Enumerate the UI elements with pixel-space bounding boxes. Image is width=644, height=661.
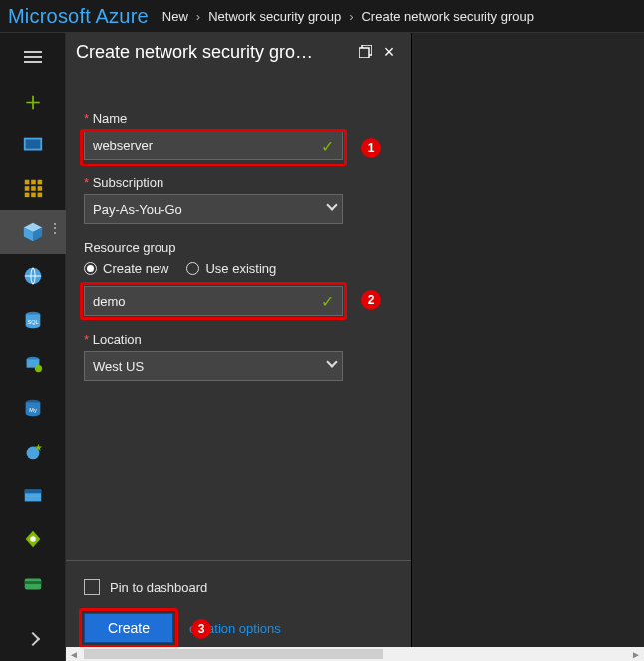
- chevron-right-icon: ›: [196, 9, 200, 24]
- chevron-down-icon: [326, 199, 337, 210]
- svg-rect-10: [37, 193, 42, 198]
- svg-point-27: [30, 536, 36, 542]
- plus-icon: ＋: [20, 84, 46, 119]
- location-select[interactable]: West US: [84, 351, 343, 381]
- nav-menu-button[interactable]: [0, 35, 66, 79]
- radio-off-icon: [186, 262, 199, 275]
- workspace-background: [411, 33, 644, 661]
- nav-resource-groups[interactable]: ⋮: [0, 210, 66, 254]
- breadcrumb-item[interactable]: Network security group: [208, 9, 341, 24]
- valid-check-icon: ✓: [321, 292, 334, 311]
- svg-rect-9: [31, 193, 36, 198]
- cloud-database-icon: [22, 353, 44, 375]
- svg-rect-7: [37, 186, 42, 191]
- top-bar: Microsoft Azure New › Network security g…: [0, 0, 644, 33]
- annotation-callout: 2: [361, 290, 381, 310]
- svg-rect-6: [31, 186, 36, 191]
- svg-rect-2: [24, 180, 29, 185]
- restore-window-icon: [359, 45, 372, 58]
- scrollbar-thumb[interactable]: [84, 649, 383, 659]
- globe-sparkle-icon: [22, 441, 44, 463]
- breadcrumb-item[interactable]: Create network security group: [361, 9, 533, 24]
- svg-rect-5: [24, 186, 29, 191]
- svg-rect-31: [359, 48, 369, 58]
- radio-use-existing[interactable]: Use existing: [186, 261, 276, 276]
- valid-check-icon: ✓: [321, 137, 334, 156]
- svg-text:SQL: SQL: [27, 319, 38, 325]
- subscription-field: Subscription Pay-As-You-Go: [84, 175, 393, 224]
- svg-rect-3: [31, 180, 36, 185]
- grid-icon: [22, 177, 44, 199]
- subscription-select[interactable]: Pay-As-You-Go: [84, 194, 343, 224]
- hamburger-icon: [24, 48, 42, 66]
- nav-cloud-services[interactable]: [0, 342, 66, 386]
- nav-storage[interactable]: [0, 474, 66, 517]
- radio-create-new-label: Create new: [103, 261, 168, 276]
- name-label: Name: [84, 111, 393, 126]
- chevron-right-icon: ›: [349, 9, 353, 24]
- nav-expand-button[interactable]: [0, 617, 66, 661]
- mysql-database-icon: My: [22, 397, 44, 419]
- browser-icon: [22, 485, 44, 506]
- location-field: Location West US: [84, 332, 393, 381]
- resource-group-input[interactable]: [84, 286, 343, 316]
- svg-point-19: [34, 365, 41, 372]
- blade-title: Create network security gro…: [76, 42, 353, 63]
- nav-all-resources[interactable]: [0, 166, 66, 210]
- nav-networking[interactable]: [0, 517, 66, 561]
- globe-icon: [22, 265, 44, 287]
- chevron-right-icon: [25, 632, 39, 646]
- restore-window-button[interactable]: [353, 44, 377, 61]
- annotation-callout: 3: [191, 619, 211, 639]
- radio-create-new[interactable]: Create new: [84, 261, 168, 276]
- breadcrumb-item[interactable]: New: [162, 9, 188, 24]
- radio-on-icon: [84, 262, 97, 275]
- svg-rect-4: [37, 180, 42, 185]
- scroll-left-arrow-icon[interactable]: ◄: [66, 647, 82, 661]
- resource-group-name-field: ✓ 2: [84, 286, 393, 316]
- scroll-right-arrow-icon[interactable]: ►: [628, 647, 644, 661]
- more-icon[interactable]: ⋮: [48, 226, 62, 230]
- svg-rect-28: [24, 578, 41, 589]
- svg-rect-25: [24, 490, 41, 494]
- chevron-down-icon: [326, 356, 337, 367]
- nav-new-button[interactable]: ＋: [0, 79, 66, 123]
- create-nsg-blade: Create network security gro… × Name ✓ 1: [66, 33, 411, 661]
- pin-to-dashboard-label: Pin to dashboard: [110, 580, 207, 595]
- nav-dashboard[interactable]: [0, 123, 66, 166]
- network-icon: [22, 528, 44, 550]
- dashboard-icon: [22, 134, 44, 156]
- svg-rect-29: [24, 581, 41, 584]
- nav-web[interactable]: [0, 254, 66, 298]
- svg-rect-8: [24, 193, 29, 198]
- left-nav-rail: ＋ ⋮ SQL My: [0, 33, 66, 661]
- location-label: Location: [84, 332, 393, 347]
- svg-rect-1: [25, 140, 40, 149]
- nav-app-services[interactable]: [0, 430, 66, 474]
- resource-group-label: Resource group: [84, 240, 393, 255]
- name-input[interactable]: [84, 130, 343, 160]
- brand-logo[interactable]: Microsoft Azure: [8, 5, 149, 28]
- create-button[interactable]: Create: [84, 613, 173, 643]
- sql-database-icon: SQL: [22, 309, 44, 331]
- subscription-label: Subscription: [84, 175, 393, 190]
- close-icon: ×: [384, 42, 395, 62]
- billing-icon: [22, 572, 44, 594]
- svg-text:My: My: [29, 407, 37, 413]
- radio-use-existing-label: Use existing: [205, 261, 276, 276]
- blade-header: Create network security gro… ×: [66, 33, 411, 73]
- subscription-value: Pay-As-You-Go: [93, 202, 182, 217]
- horizontal-scrollbar[interactable]: ◄ ►: [66, 647, 644, 661]
- nav-virtual-machines[interactable]: My: [0, 386, 66, 430]
- resource-group-field: Resource group Create new Use existing: [84, 240, 393, 276]
- cube-icon: [22, 221, 44, 243]
- close-blade-button[interactable]: ×: [377, 42, 401, 63]
- name-field: Name ✓ 1: [84, 111, 393, 160]
- nav-billing[interactable]: [0, 561, 66, 605]
- location-value: West US: [93, 359, 144, 374]
- pin-to-dashboard-checkbox[interactable]: [84, 579, 100, 595]
- annotation-callout: 1: [361, 138, 381, 158]
- nav-sql[interactable]: SQL: [0, 298, 66, 342]
- blade-footer: Pin to dashboard Create 3 omation option…: [66, 560, 411, 661]
